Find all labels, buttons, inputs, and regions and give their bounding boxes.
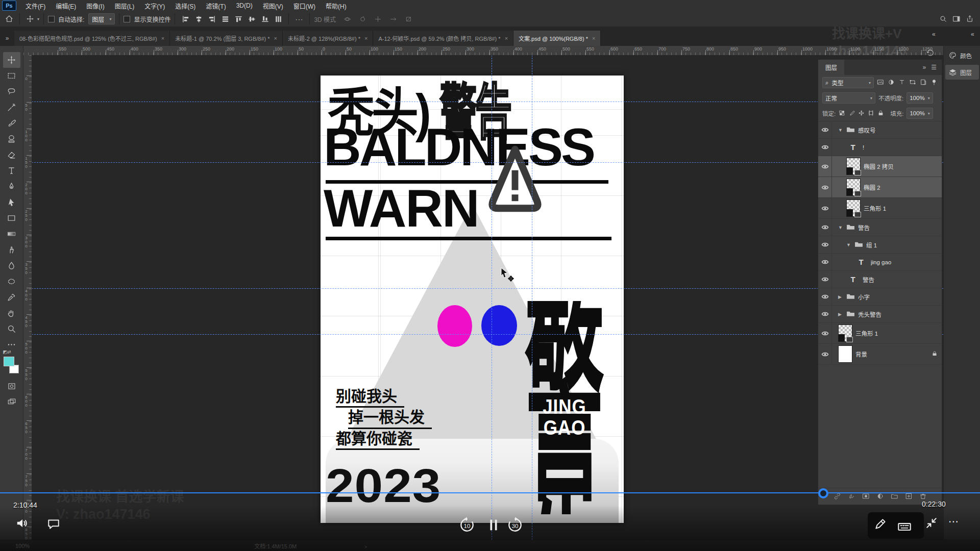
tab-close-icon[interactable]: × (161, 35, 164, 41)
layer-row-13[interactable]: 背景 (818, 344, 942, 365)
share-icon[interactable] (964, 13, 976, 25)
shape-filter-icon[interactable] (909, 79, 916, 87)
brush-tool[interactable] (3, 115, 20, 131)
vertical-guide[interactable] (492, 55, 492, 540)
layer-thumbnail[interactable] (846, 158, 861, 175)
horizontal-guide[interactable] (32, 162, 943, 163)
menu-图像[interactable]: 图像(I) (81, 0, 109, 11)
menu-编辑[interactable]: 编辑(E) (51, 0, 81, 11)
tab-overflow-chevron[interactable]: » (0, 31, 14, 46)
shrink-icon[interactable] (925, 516, 938, 530)
auto-select-checkbox[interactable] (48, 16, 55, 22)
history-panel-icon[interactable] (920, 45, 940, 60)
screen-mode-icon[interactable] (3, 394, 20, 410)
align-center-h-icon[interactable] (192, 13, 205, 25)
layer-row-4[interactable]: 椭圆 2 (818, 177, 942, 198)
layer-visibility-eye-icon[interactable] (818, 156, 832, 177)
layer-thumbnail[interactable] (838, 345, 852, 363)
layer-name[interactable]: 警告 (858, 223, 870, 232)
horizontal-ruler[interactable]: 5505004504003503002502001501005005010015… (23, 46, 943, 56)
adjustment-layer-icon[interactable] (876, 492, 884, 501)
forward-30-button[interactable]: 30 (506, 516, 524, 534)
layer-visibility-eye-icon[interactable] (818, 177, 832, 197)
layer-name[interactable]: ! (863, 144, 864, 151)
workspace-icon[interactable] (950, 13, 963, 25)
distribute-v-icon[interactable] (272, 13, 284, 25)
menu-图层[interactable]: 图层(L) (110, 0, 140, 11)
marquee-tool[interactable] (3, 68, 20, 84)
smudge-tool[interactable] (3, 242, 20, 258)
distribute-h-icon[interactable] (219, 13, 231, 25)
pause-button[interactable] (486, 517, 501, 533)
layer-row-7[interactable]: ▼组 1 (818, 236, 942, 254)
layer-name[interactable]: 椭圆 2 拷贝 (864, 162, 894, 170)
menu-3D[interactable]: 3D(D) (231, 0, 258, 11)
layer-row-11[interactable]: ▶秃头警告 (818, 306, 942, 323)
layers-panel-tab[interactable]: 图层 (818, 60, 844, 75)
vertical-guide[interactable] (532, 55, 532, 540)
tab-close-icon[interactable]: × (364, 35, 368, 41)
foreground-color-swatch[interactable] (4, 357, 14, 366)
layer-visibility-eye-icon[interactable] (818, 219, 832, 236)
pen-tool[interactable] (3, 179, 20, 194)
adjustment-filter-icon[interactable] (888, 79, 895, 87)
group-expand-chevron-icon[interactable]: ▼ (838, 128, 843, 133)
delete-layer-icon[interactable] (919, 492, 927, 501)
lock-all-icon[interactable] (877, 110, 884, 117)
layer-visibility-eye-icon[interactable] (818, 236, 832, 253)
layer-row-3[interactable]: 椭圆 2 拷贝 (818, 156, 942, 177)
lasso-tool[interactable] (3, 84, 20, 99)
group-expand-chevron-icon[interactable]: ▼ (846, 242, 851, 247)
document-canvas[interactable]: 秃头) 警告 BALDNESS WARN 警 告 JINGGAO 别碰我头掉一根… (321, 76, 624, 523)
panel-collapse-icon[interactable]: « (932, 31, 936, 38)
smartobject-filter-icon[interactable] (920, 79, 927, 87)
layer-row-6[interactable]: ▼警告 (818, 219, 942, 236)
horizontal-guide[interactable] (32, 334, 943, 335)
document-tab-4[interactable]: A-12-何颖华.psd @ 59.2% (颜色 拷贝, RGB/8#) *× (373, 31, 513, 46)
image-filter-icon[interactable] (877, 79, 884, 87)
align-right-icon[interactable] (206, 13, 218, 25)
video-scrubber[interactable] (818, 488, 828, 498)
layer-row-5[interactable]: 三角形 1 (818, 198, 942, 219)
layer-row-10[interactable]: ▶小字 (818, 288, 942, 306)
layer-name[interactable]: 小字 (858, 293, 870, 301)
lock-artboard-icon[interactable] (868, 110, 874, 117)
layer-row-1[interactable]: ▼感叹号 (818, 121, 942, 139)
menu-窗口[interactable]: 窗口(W) (288, 0, 321, 11)
menu-文字[interactable]: 文字(Y) (139, 0, 170, 11)
menu-滤镜[interactable]: 滤镜(T) (201, 0, 231, 11)
new-layer-icon[interactable] (905, 492, 913, 501)
tab-close-icon[interactable]: × (274, 35, 277, 41)
quick-mask-icon[interactable] (3, 378, 20, 394)
eyedropper-tool[interactable] (3, 289, 20, 305)
rewind-10-button[interactable]: 10 (458, 516, 476, 534)
document-tab-2[interactable]: 未标题-1 @ 70.2% (图层 3, RGB/8#) *× (170, 31, 283, 46)
chevron-down-icon[interactable]: ▾ (37, 17, 39, 21)
dock-item-图层[interactable]: 图层 (945, 65, 979, 80)
rectangle-tool[interactable] (3, 210, 20, 226)
pencil-icon[interactable] (874, 517, 887, 531)
layer-row-8[interactable]: Tjing gao (818, 254, 942, 271)
blend-mode-dropdown[interactable]: 正常▾ (822, 92, 875, 104)
menu-帮助[interactable]: 帮助(H) (321, 0, 352, 11)
gradient-tool[interactable] (3, 226, 20, 242)
chat-icon[interactable] (47, 517, 60, 531)
volume-icon[interactable] (15, 516, 29, 530)
video-progress-bar[interactable] (0, 492, 980, 493)
group-expand-chevron-icon[interactable]: ▶ (838, 312, 843, 317)
status-chevron-icon[interactable]: ﹥ (363, 542, 369, 550)
lock-checker-icon[interactable] (839, 110, 845, 117)
layer-thumbnail[interactable] (846, 179, 861, 196)
document-tab-1[interactable]: 08-色彩搭配用色规范.psd @ 125% (色不过三, RGB/8#)× (14, 31, 170, 46)
align-bottom-icon[interactable] (259, 13, 271, 25)
pasteboard[interactable]: 秃头) 警告 BALDNESS WARN 警 告 JINGGAO 别碰我头掉一根… (32, 55, 943, 540)
tab-close-icon[interactable]: × (592, 35, 595, 41)
type-filter-icon[interactable] (898, 79, 905, 87)
layer-visibility-eye-icon[interactable] (818, 344, 832, 364)
layer-name[interactable]: 感叹号 (858, 126, 876, 134)
tab-close-icon[interactable]: × (505, 35, 508, 41)
layer-name[interactable]: jing gao (871, 259, 891, 265)
layer-name[interactable]: 警告 (863, 276, 874, 284)
hand-tool[interactable] (3, 305, 20, 321)
document-tab-3[interactable]: 未标题-2 @ 128%(RGB/8#) *× (283, 31, 373, 46)
